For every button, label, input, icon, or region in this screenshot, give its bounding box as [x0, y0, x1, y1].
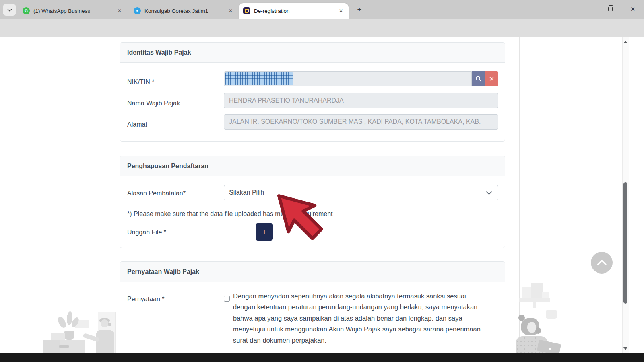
whatsapp-icon: ✆ [23, 7, 30, 14]
close-icon: ✕ [339, 8, 343, 14]
section-title: Identitas Wajib Pajak [127, 49, 191, 56]
close-icon: ✕ [229, 8, 233, 14]
tab-title: (1) WhatsApp Business [33, 8, 116, 14]
taskbar-strip [0, 353, 644, 362]
scrollbar-thumb[interactable] [623, 182, 627, 304]
nama-input[interactable]: HENDRA PRASETIO TANURAHARDJA [224, 93, 498, 108]
section-header: Identitas Wajib Pajak [120, 43, 505, 63]
close-icon: ✕ [118, 8, 122, 14]
tab-title: De-registration [254, 8, 337, 14]
illustration-shape [527, 322, 536, 333]
restore-button[interactable] [601, 0, 619, 18]
new-tab-button[interactable]: + [354, 4, 365, 15]
nik-label: NIK/TIN * [127, 78, 155, 86]
coretax-favicon-icon [243, 7, 250, 14]
tab-close-button[interactable]: ✕ [337, 7, 345, 14]
plus-icon: + [261, 226, 267, 238]
scroll-top-button[interactable] [591, 252, 613, 274]
tab-whatsapp[interactable]: ✆ (1) WhatsApp Business ✕ [19, 3, 127, 19]
tab-search-button[interactable] [3, 4, 16, 16]
tab-close-button[interactable]: ✕ [116, 7, 123, 14]
chevron-up-icon [597, 259, 607, 266]
section-header: Pernyataan Wajib Pajak [120, 262, 505, 282]
alasan-select[interactable]: Silakan Pilih [224, 185, 498, 200]
select-value: Silakan Pilih [229, 189, 264, 196]
content-divider-left [116, 37, 116, 353]
scrollbar-up-arrow[interactable] [623, 41, 627, 43]
tab-telegram[interactable]: ➤ Konsulgab Coretax Jatim1 ✕ [130, 3, 238, 19]
illustration-shape [522, 287, 532, 298]
alasan-label: Alasan Pembatalan* [127, 190, 186, 197]
illustration-shape [56, 315, 67, 329]
page-content: Identitas Wajib Pajak NIK/TIN * ✕ Nama W… [0, 37, 644, 353]
illustration-shape [518, 315, 525, 321]
content-divider-right [519, 37, 520, 353]
tab-close-button[interactable]: ✕ [227, 7, 234, 14]
illustration-shape [546, 310, 557, 319]
scrollbar-down-arrow[interactable] [623, 347, 627, 350]
tab-strip: ✆ (1) WhatsApp Business ✕ ➤ Konsulgab Co… [0, 0, 644, 19]
restore-icon [608, 7, 613, 11]
illustration-shape [533, 302, 536, 308]
tab-title: Konsulgab Coretax Jatim1 [144, 8, 227, 14]
illustration-shape [519, 298, 550, 302]
illustration-shape [535, 327, 541, 334]
statement-checkbox[interactable] [224, 296, 230, 302]
close-window-button[interactable]: ✕ [623, 0, 642, 18]
section-title: Pernyataan Wajib Pajak [127, 268, 199, 276]
illustration-shape [549, 348, 551, 350]
redacted-value [225, 72, 293, 85]
chevron-down-icon [7, 8, 12, 12]
illustration-shape [51, 333, 65, 340]
clear-icon: ✕ [489, 75, 494, 83]
close-icon: ✕ [630, 6, 636, 13]
upload-note: *) Please make sure that the data file u… [127, 210, 333, 218]
chevron-down-icon [486, 191, 492, 195]
upload-add-button[interactable]: + [256, 223, 273, 241]
illustration-shape [531, 283, 543, 298]
unggah-label: Unggah File * [127, 229, 166, 236]
nik-input[interactable] [224, 71, 472, 86]
alamat-label: Alamat [127, 121, 147, 128]
deregistration-card: Penghapusan Pendaftaran Alasan Pembatala… [120, 156, 505, 248]
section-title: Penghapusan Pendaftaran [127, 162, 208, 170]
illustration-shape [64, 331, 74, 340]
illustration-shape [537, 339, 561, 353]
statement-card: Pernyataan Wajib Pajak Pernyataan * Deng… [120, 261, 505, 353]
identity-card: Identitas Wajib Pajak NIK/TIN * ✕ Nama W… [120, 42, 505, 142]
pernyataan-label: Pernyataan * [127, 296, 165, 303]
search-icon [475, 75, 482, 82]
minimize-icon: – [587, 6, 590, 12]
illustration-shape [542, 292, 549, 298]
tab-deregistration-active[interactable]: De-registration ✕ [239, 3, 349, 19]
illustration-shape [101, 319, 109, 327]
minimize-button[interactable]: – [580, 0, 598, 18]
alamat-input[interactable]: JALAN IR. SOEKARNO/TOKO SUMBER MAS , KAD… [224, 114, 498, 130]
clear-button[interactable]: ✕ [485, 71, 498, 86]
illustration-shape [59, 345, 69, 348]
illustration-shape [108, 323, 111, 326]
tab-divider [128, 6, 128, 12]
nama-label: Nama Wajib Pajak [127, 100, 180, 107]
search-button[interactable] [472, 71, 485, 86]
telegram-icon: ➤ [134, 7, 141, 14]
statement-text: Dengan menyadari sepenuhnya akan segala … [233, 291, 483, 346]
section-header: Penghapusan Pendaftaran [120, 156, 505, 176]
browser-toolbar: ← ↻ https://coretaxdjp.pajak.go.id/case-… [0, 19, 644, 37]
